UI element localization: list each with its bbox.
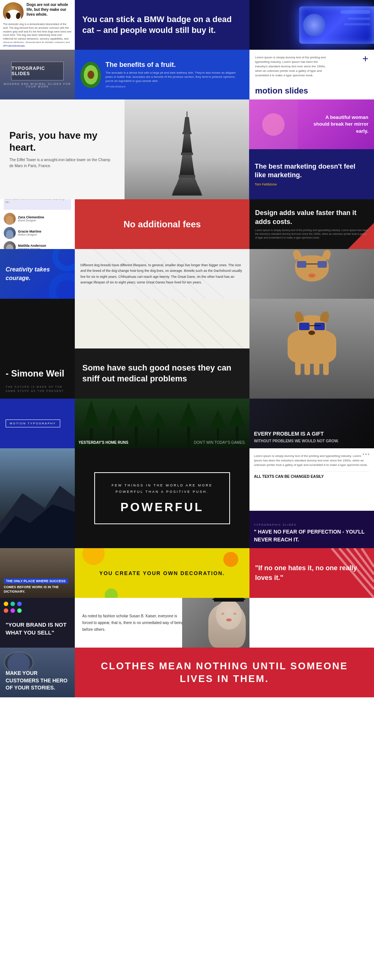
slide-clothes: CLOTHES MEAN NOTHING UNTIL SOMEONE LIVES…: [75, 648, 374, 697]
bmw-text: You can stick a BMW badge on a dead cat …: [82, 14, 242, 35]
fruit-tag: #ProtectNature: [105, 85, 244, 88]
slide-woman-marketing: A beautiful woman should break her mirro…: [249, 99, 374, 199]
have-no-fear-text: " HAVE NO FEAR OF PERFECTION - YOU'LL NE…: [254, 528, 369, 544]
row-11: MAKE YOUR CUSTOMERS THE HERO OF YOUR STO…: [0, 648, 374, 697]
slide-woman: A beautiful woman should break her mirro…: [249, 99, 374, 149]
svg-marker-26: [209, 410, 227, 428]
marketing-author: Tom Feldstone: [255, 183, 368, 186]
slide-dog: Dogs are not our whole life, but they ma…: [0, 0, 75, 50]
design-title: Design adds value faster than it adds co…: [255, 208, 368, 226]
your-brand-text: "YOUR BRAND IS NOT WHAT YOU SELL": [6, 620, 69, 636]
svg-rect-1: [181, 153, 193, 155]
fruit-body: The avocado is a dense fruit with a larg…: [105, 71, 244, 83]
no-fees-text: No additional fees: [123, 219, 201, 229]
svg-marker-18: [105, 408, 121, 426]
slide-dog-photo: [250, 249, 374, 299]
slide-powerful: FEW THINGS IN THE WORLD ARE MORE POWERFU…: [75, 448, 250, 548]
slide-marketing: The best marketing doesn't feel like mar…: [249, 149, 374, 199]
slide-only-place: THE ONLY PLACE WHERE SUCCESS COMES BEFOR…: [0, 548, 75, 598]
slide-typographic: TYPOGRAPIC SLIDES MODERN AND MINIMAL SLI…: [0, 50, 75, 99]
slide-eiffel: [124, 99, 249, 199]
row-5: Creativity takes courage. Different dog …: [0, 249, 374, 299]
team-member-1: Zara Clementine Brand Designer: [4, 213, 71, 225]
dog-info-text: Different dog breeds have different life…: [80, 262, 244, 285]
if-no-one-text: "If no one hates it, no one really loves…: [255, 563, 368, 582]
svg-rect-2: [183, 132, 191, 134]
slide-bmw: You can stick a BMW badge on a dead cat …: [75, 0, 250, 50]
row-4: Lorem ipsum dolor sit amet, consectetur …: [0, 199, 374, 249]
svg-marker-16: [82, 401, 100, 428]
without-problems-text: WITHOUT PROBLEMS WE WOULD NOT GROW.: [254, 439, 369, 444]
slide-design: Design adds value faster than it adds co…: [250, 199, 374, 249]
typo-quote-body: Lorem ipsum is simply dummy text of the …: [254, 454, 369, 468]
slide-make-customers: MAKE YOUR CUSTOMERS THE HERO OF YOUR STO…: [0, 648, 75, 697]
dog-tag: #ProtectAnimals: [3, 44, 72, 48]
slide-dog-info: Different dog breeds have different life…: [75, 249, 250, 299]
slide-motion: + Lorem ipsum is simply dummy text of th…: [250, 50, 374, 99]
svg-marker-20: [126, 404, 146, 426]
team-member-2: Gracie Martine Motion Designer: [4, 227, 71, 239]
landscape-svg: [0, 448, 75, 548]
creativity-text: Creativity takes courage.: [6, 266, 69, 282]
team-member-3: Matilda Anderson Marketing Manager: [4, 241, 71, 250]
row-10: "YOUR BRAND IS NOT WHAT YOU SELL" As not…: [0, 598, 374, 648]
row-6: - Simone Weil THE FUTURE IS MADE OF THE …: [0, 299, 374, 399]
row-3: Paris, you have my heart. The Eiffel Tow…: [0, 99, 374, 199]
slide-typo-quote: ••• Lorem ipsum is simply dummy text of …: [250, 448, 374, 548]
motion-typo-btn: MOTION TYPOGRAPHY: [6, 420, 60, 427]
typo-slides-label: TYPOGRAPHIC SLIDES: [254, 523, 369, 526]
every-problem-text: EVERY PROBLEM IS A GIFT: [254, 430, 369, 437]
slide-simone: - Simone Weil THE FUTURE IS MADE OF THE …: [0, 299, 75, 399]
plus-icon: +: [363, 53, 368, 65]
row-8: FEW THINGS IN THE WORLD ARE MORE POWERFU…: [0, 448, 374, 548]
all-texts-label: ALL TEXTS CAN BE CHANGED EASILY: [254, 474, 369, 479]
row-2: TYPOGRAPIC SLIDES MODERN AND MINIMAL SLI…: [0, 50, 374, 99]
eiffel-svg: [150, 110, 224, 199]
slide-sniff: Some have such good noses they can sniff…: [75, 299, 250, 399]
slide-every-problem: EVERY PROBLEM IS A GIFT WITHOUT PROBLEMS…: [250, 399, 374, 448]
home-runs-text: YESTERDAY'S HOME RUNS: [78, 441, 128, 445]
slide-motion-typo: MOTION TYPOGRAPHY: [0, 399, 75, 448]
slide-landscape: [0, 448, 75, 548]
marketing-text: The best marketing doesn't feel like mar…: [255, 162, 368, 180]
svg-rect-0: [179, 175, 195, 178]
fashion-text: As noted by fashion scholar Susan B. Kai…: [82, 613, 187, 633]
slide-fashion: As noted by fashion scholar Susan B. Kai…: [75, 598, 250, 648]
design-body: Lorem ipsum is simply dummy text of the …: [255, 229, 368, 239]
slide-paris: Paris, you have my heart. The Eiffel Tow…: [0, 99, 124, 199]
row-9: THE ONLY PLACE WHERE SUCCESS COMES BEFOR…: [0, 548, 374, 598]
clothes-text: CLOTHES MEAN NOTHING UNTIL SOMEONE LIVES…: [82, 660, 366, 686]
slide-your-brand: "YOUR BRAND IS NOT WHAT YOU SELL": [0, 598, 75, 648]
svg-marker-24: [179, 402, 198, 426]
dog-title: Dogs are not our whole life, but they ma…: [27, 2, 72, 17]
svg-marker-28: [228, 406, 246, 426]
only-place-sub: COMES BEFORE WORK IS IN THE DICTIONARY.: [4, 585, 71, 594]
slide-creativity: Creativity takes courage.: [0, 249, 75, 299]
future-text: THE FUTURE IS MADE OF THE SAME STUFF AS …: [6, 385, 69, 393]
slide-avocado: The benefits of a fruit. The avocado is …: [75, 50, 250, 99]
woman-text: A beautiful woman should break her mirro…: [309, 114, 368, 135]
powerful-text: POWERFUL: [106, 500, 218, 514]
dont-win-text: DON'T WIN TODAY'S GAMES.: [194, 441, 246, 445]
motion-label: motion slides: [255, 86, 368, 96]
sniff-diag-svg: [75, 299, 250, 348]
paris-body: The Eiffel Tower is a wrought-iron latti…: [10, 157, 115, 169]
slide-if-no-one: "If no one hates it, no one really loves…: [250, 548, 374, 598]
slide-you-create: YOU CREATE YOUR OWN DECORATION.: [75, 548, 250, 598]
slide-headlight: [250, 0, 374, 50]
row-7: MOTION TYPOGRAPHY: [0, 399, 374, 448]
motion-body: Lorem ipsum is simply dummy text of the …: [255, 55, 330, 78]
slide-dog-full: [250, 299, 374, 399]
you-create-text: YOU CREATE YOUR OWN DECORATION.: [99, 570, 225, 576]
slide-home-runs: YESTERDAY'S HOME RUNS DON'T WIN TODAY'S …: [75, 399, 250, 448]
sniff-text: Some have such good noses they can sniff…: [82, 363, 242, 384]
svg-marker-22: [150, 412, 167, 428]
simone-quote: - Simone Weil: [6, 368, 69, 379]
three-dots: •••: [363, 451, 370, 457]
only-place-main: THE ONLY PLACE WHERE SUCCESS: [6, 579, 66, 583]
make-customers-text: MAKE YOUR CUSTOMERS THE HERO OF YOUR STO…: [6, 670, 69, 692]
row-1: Dogs are not our whole life, but they ma…: [0, 0, 374, 50]
fruit-title: The benefits of a fruit.: [105, 61, 244, 69]
paris-title: Paris, you have my heart.: [10, 130, 115, 153]
slide-team: Lorem ipsum dolor sit amet, consectetur …: [0, 199, 75, 249]
